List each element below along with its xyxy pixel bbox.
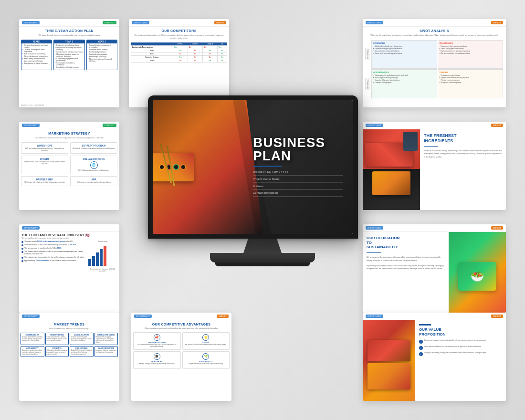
loyalty-title: LOYALTY PROGRAM: [72, 145, 116, 147]
monitor-bezel: BUSINESSPLAN Drafted on DD / MM / YYYY P…: [148, 95, 358, 239]
value-text-2: avour authentic flavors in a vibrant atm…: [424, 346, 481, 348]
freshest-sushi-img: [363, 129, 420, 210]
value-content: OUR VALUEPROPOSITION ✓ Experience exquis…: [415, 320, 506, 401]
marketing-subtitle: Our efforts to enhance customer acquisit…: [19, 136, 119, 141]
value-item-1: ✓ Experience exquisite sushi crafted wit…: [419, 339, 502, 344]
stat-text-6: Approximately 7% of restaurants in the U…: [24, 260, 77, 262]
row-val: No: [188, 52, 202, 56]
trends-grid: SUSTAINABILITY Growing demand for sustai…: [19, 332, 119, 358]
tag-market3: MARKET: [491, 21, 503, 24]
row-val: Yes: [217, 59, 227, 63]
three-year-subtitle: We have devised a three-year action plan…: [19, 34, 119, 38]
year-1-header: YEAR 1: [21, 40, 52, 43]
year-2-item-1: Expansion of marketing efforts: [55, 44, 83, 46]
sushi-visual: [153, 148, 203, 186]
project-line: Project Owner Name: [253, 177, 343, 183]
row-val: Yes: [217, 56, 227, 59]
adv-sustainability-cell: 🌱 SUSTAINABILITY Pledge / Maintaining su…: [182, 351, 230, 369]
row-label: Options for Omakase: [131, 56, 173, 59]
swot-weaknesses-title: WEAKNESSES: [440, 42, 502, 44]
table-row: Variety Yes No Yes Yes: [131, 49, 227, 52]
marketing-collab: COLLABORATIONS 🌐 We'll collaborate with …: [70, 156, 117, 174]
adv-hat-icon: 🎓: [154, 353, 160, 360]
external-label-wrap: EXTERNAL: [365, 69, 370, 99]
slide-swot: OPPORTUNITY MARKET SWOT ANALYSIS What ar…: [363, 19, 506, 107]
sushi-bottom-img: [363, 169, 420, 210]
freshest-content: THE FRESHESTINGREDIENTS We have establis…: [420, 129, 506, 210]
slide-marketing: OPPORTUNITY STRATEGY MARKETING STRATEGY …: [19, 122, 119, 210]
trend-global-text: Growing interest in global cuisine combi…: [71, 336, 92, 342]
check-icon-2: ✓: [419, 346, 423, 350]
year-1-item-6: Marketing material design: [22, 60, 51, 62]
stat-item-1: There are nearly 20,000 sushi restaurant…: [21, 241, 86, 243]
table-row: Sauces No No Yes Yes: [131, 59, 227, 63]
sustain-header: OPPORTUNITY MARKET: [363, 224, 506, 232]
trends-header: OPPORTUNITY: [19, 313, 119, 320]
competitors-subtitle: Our business distinguishes itself from c…: [129, 34, 229, 41]
adv-leaf-icon: 🌱: [202, 353, 209, 360]
year-columns: YEAR 1 Concept development and menu crea…: [19, 38, 119, 72]
swot-cell-opportunities: OPPORTUNITIES Collaborating with nearby …: [371, 69, 437, 98]
trend-pay-text: QR codes and mobile payments integrated …: [47, 350, 68, 356]
freshest-layout: THE FRESHESTINGREDIENTS We have establis…: [363, 129, 506, 210]
row-val: Yes: [202, 49, 217, 52]
freshest-divider: [424, 146, 438, 147]
stat-text-1: There are nearly 20,000 sushi restaurant…: [24, 241, 73, 243]
swot-title: SWOT ANALYSIS: [363, 27, 506, 34]
trend-auth-text: Consumers seeking authenticity, preferri…: [22, 350, 43, 356]
trend-healthy: HEALTHY DINING Consumer preference shift…: [45, 333, 69, 346]
trend-global: GLOBAL FLAVORS Growing interest in globa…: [70, 333, 94, 346]
check-icon-1: ✓: [419, 340, 423, 344]
adv-star-icon: ⭐: [202, 334, 209, 341]
trend-payments: PAYMENTS QR codes and mobile payments in…: [45, 346, 69, 357]
sushi-visual-2: 🥗: [458, 262, 496, 291]
tag-opp2: OPPORTUNITY: [132, 21, 149, 24]
value-text-3: Indulge in a culinary journey that combi…: [424, 352, 487, 354]
tag-opp8: OPPORTUNITY: [22, 315, 40, 318]
swot-side-labels: INTERNAL EXTERNAL: [365, 39, 370, 99]
year-1-item-1: Concept development and menu creation: [22, 44, 51, 48]
tag-opportunity: OPPORTUNITY: [22, 21, 40, 24]
stat-item-6: Approximately 7% of restaurants in the U…: [21, 260, 86, 262]
stat-bullet: [21, 241, 23, 243]
monitor-screen: BUSINESSPLAN Drafted on DD / MM / YYYY P…: [153, 100, 353, 234]
row-val: No: [188, 46, 202, 49]
row-val: Yes: [173, 46, 188, 49]
trend-healthy-text: Consumer preference shifting towards hea…: [47, 336, 68, 342]
swot-o-item1: Collaborating with nearby businesses for…: [373, 74, 435, 76]
sustainability-text1: We understand the importance of responsi…: [367, 256, 445, 262]
swot-external-label: EXTERNAL: [365, 78, 370, 90]
food-emoji: 🥗: [470, 270, 484, 283]
year-col-3: YEAR 3 Second location scouting and prep…: [86, 40, 117, 70]
year-2-item-3: Collaborations with local businesses: [55, 51, 83, 53]
swot-w-item4: May face competition from established ch…: [440, 52, 502, 54]
sustainability-text2: By offering sustainable seafood options …: [367, 264, 445, 271]
year-2-item-7: Introduction of loyalty program: [55, 66, 83, 68]
row-val: No: [188, 56, 202, 59]
tag-market7: MARKET: [491, 226, 503, 230]
year-3-item-1: Second location scouting and preparation: [88, 44, 116, 48]
row-val: Yes: [217, 46, 227, 49]
year-3-item-4: Seasonal menu updates: [88, 53, 116, 55]
drafted-line: Drafted on DD / MM / YYYY: [253, 169, 343, 176]
table-row: Last-minute Reservations Yes No No Yes: [131, 46, 227, 49]
trend-waste: WASTE REDUCTION Innovative solutions to …: [94, 346, 118, 357]
stat-text-2: Sushi restaurants in the US are expected…: [24, 244, 76, 246]
value-layout: OUR VALUEPROPOSITION ✓ Experience exquis…: [363, 320, 506, 401]
footer-right: 1: [116, 105, 117, 106]
bar-2: [92, 256, 95, 266]
row-val: No: [202, 52, 217, 56]
adv-p-text: We provide an interactive Omni Flex Chef…: [135, 344, 179, 348]
value-food-imgs: [363, 320, 415, 401]
check-icon-3: ✓: [419, 352, 423, 356]
value-food-bottom: [368, 363, 410, 389]
row-val: No: [173, 59, 188, 63]
table-row: Options for Omakase Yes No No Yes: [131, 56, 227, 59]
partnership-text: We'll partner with a 'Taste of the East'…: [22, 182, 67, 184]
fbev-subtitle: The average American eats sushi about on…: [21, 237, 117, 239]
workshops-title: WORKSHOPS: [22, 145, 67, 147]
year-3-item-2: Corporate event catering: [88, 49, 116, 51]
marketing-partnership: PARTNERSHIP We'll partner with a 'Taste …: [21, 176, 68, 186]
bar-3: [96, 252, 99, 266]
us-flag: 🇺🇸: [85, 233, 90, 237]
